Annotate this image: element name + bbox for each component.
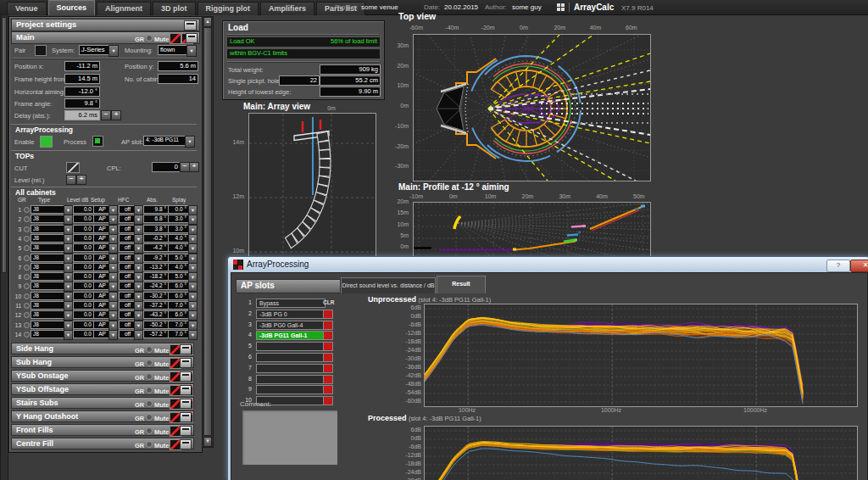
cabinet-splay-dropdown-button[interactable]: ▼ [188, 282, 198, 292]
main-section-header[interactable]: Main GR Mute [11, 31, 200, 44]
cabinet-level-field[interactable]: 0.0 [73, 310, 94, 319]
mounting-dropdown-button[interactable]: ▼ [186, 45, 197, 57]
cabinet-splay-field[interactable]: 7.0 ° [168, 301, 189, 310]
cabinet-hfc-dropdown-button[interactable]: ▼ [134, 254, 143, 264]
cabinet-setup-dropdown-button[interactable]: ▼ [108, 282, 118, 292]
cabinet-splay-field[interactable]: 7.0 ° [168, 330, 189, 338]
cabinets-field[interactable]: 14 [158, 74, 198, 84]
cabinet-type-select[interactable]: J8 [31, 243, 66, 252]
enable-checkbox[interactable] [40, 136, 53, 148]
clr-button[interactable] [323, 310, 333, 319]
mute-button-1[interactable] [170, 33, 181, 44]
cabinet-hfc-dropdown-button[interactable]: ▼ [134, 225, 143, 235]
cabinet-gr-indicator[interactable] [24, 236, 30, 242]
cabinet-type-select[interactable]: J8 [31, 292, 66, 300]
collapse-group-button[interactable] [180, 344, 192, 354]
cabinet-splay-field[interactable]: 5.0 ° [168, 254, 189, 262]
cabinet-splay-dropdown-button[interactable]: ▼ [188, 292, 198, 302]
collapse-main-button[interactable] [186, 33, 198, 43]
cabinet-type-dropdown-button[interactable]: ▼ [64, 321, 73, 331]
cabinet-level-field[interactable]: 0.0 [73, 225, 94, 233]
collapse-group-button[interactable] [180, 385, 192, 395]
cabinet-level-field[interactable]: 0.0 [73, 234, 94, 243]
gr-indicator[interactable] [146, 373, 153, 380]
cabinet-gr-indicator[interactable] [24, 216, 30, 222]
cabinet-hfc-dropdown-button[interactable]: ▼ [134, 310, 143, 321]
cabinet-type-dropdown-button[interactable]: ▼ [64, 263, 73, 273]
ap-slot-6[interactable] [256, 353, 326, 362]
close-button[interactable]: ✕ [850, 260, 868, 272]
gr-indicator[interactable] [146, 360, 153, 366]
group-header-ysub-offstage[interactable]: YSub OffstageGRMute [11, 383, 194, 395]
ap-slot-4[interactable]: -3dB PG11 Gall-1 [256, 331, 326, 340]
scroll-up-icon[interactable]: ▲ [203, 17, 212, 27]
cpl-plus-button[interactable]: + [189, 162, 199, 172]
clr-button[interactable] [323, 321, 333, 330]
ap-slot-8[interactable] [256, 375, 326, 384]
tab-venue[interactable]: Venue [7, 2, 47, 15]
gr-indicator[interactable] [146, 427, 153, 434]
cabinet-gr-indicator[interactable] [24, 283, 30, 289]
cabinet-hfc-dropdown-button[interactable]: ▼ [134, 330, 143, 340]
cabinet-type-dropdown-button[interactable]: ▼ [64, 301, 73, 311]
left-edge-scrollbar[interactable] [0, 14, 8, 480]
cabinet-hfc-dropdown-button[interactable]: ▼ [134, 215, 143, 225]
cabinet-setup-dropdown-button[interactable]: ▼ [108, 254, 118, 264]
cabinet-splay-field[interactable]: 7.0 ° [168, 321, 189, 329]
cabinet-gr-indicator[interactable] [24, 322, 30, 328]
group-header-ysub-onstage[interactable]: YSub OnstageGRMute [11, 370, 194, 382]
cabinet-type-select[interactable]: J8 [31, 225, 66, 233]
cabinet-level-field[interactable]: 0.0 [73, 215, 94, 223]
cabinet-splay-field[interactable]: 6.0 ° [168, 282, 189, 290]
cabinet-gr-indicator[interactable] [24, 312, 30, 318]
tab-3d-plot[interactable]: 3D plot [153, 2, 196, 15]
cabinet-type-dropdown-button[interactable]: ▼ [64, 310, 73, 321]
cabinet-type-select[interactable]: J8 [31, 205, 66, 214]
collapse-group-button[interactable] [180, 426, 192, 436]
tab-rigging-plot[interactable]: Rigging plot [198, 2, 259, 15]
frame-height-field[interactable]: 14.5 m [64, 74, 100, 84]
collapse-group-button[interactable] [180, 358, 192, 368]
cabinet-hfc-dropdown-button[interactable]: ▼ [134, 205, 143, 215]
process-checkbox[interactable] [92, 136, 103, 147]
tab-amplifiers[interactable]: Amplifiers [260, 2, 314, 15]
cabinet-type-dropdown-button[interactable]: ▼ [64, 215, 73, 225]
mounting-select[interactable]: flown [158, 45, 189, 55]
cabinet-level-field[interactable]: 0.0 [73, 272, 94, 281]
cabinet-level-field[interactable]: 0.0 [73, 282, 94, 290]
group-header-sub-hang[interactable]: Sub HangGRMute [11, 356, 194, 368]
cabinet-splay-dropdown-button[interactable]: ▼ [188, 225, 198, 235]
clr-button[interactable] [323, 342, 333, 351]
system-dropdown-button[interactable]: ▼ [108, 45, 119, 57]
cabinet-setup-dropdown-button[interactable]: ▼ [108, 330, 118, 340]
cabinet-setup-dropdown-button[interactable]: ▼ [108, 243, 118, 254]
gr-indicator[interactable] [146, 35, 153, 42]
cabinet-hfc-dropdown-button[interactable]: ▼ [134, 282, 143, 292]
collapse-group-button[interactable] [180, 412, 192, 422]
cabinet-hfc-dropdown-button[interactable]: ▼ [134, 272, 143, 282]
cabinet-type-select[interactable]: J8 [31, 321, 66, 329]
ap-slot-dropdown-button[interactable]: ▼ [185, 136, 195, 148]
clr-button[interactable] [323, 353, 333, 362]
cabinet-splay-dropdown-button[interactable]: ▼ [188, 301, 198, 311]
cabinet-splay-dropdown-button[interactable]: ▼ [188, 263, 198, 273]
cabinet-gr-indicator[interactable] [24, 332, 30, 338]
gr-indicator[interactable] [146, 414, 153, 421]
pair-checkbox[interactable] [35, 45, 47, 56]
tab-alignment[interactable]: Alignment [97, 2, 151, 15]
clr-button[interactable] [323, 331, 333, 340]
chart-plot-unprocessed[interactable] [424, 304, 858, 407]
ap-slot-3[interactable]: -3dB PG0 Gall-4 [256, 321, 326, 330]
gr-indicator[interactable] [146, 346, 153, 353]
ap-tab-direct-sound[interactable]: Direct sound level vs. distance / dB [341, 277, 436, 293]
help-button[interactable]: ? [826, 260, 850, 272]
cabinet-setup-dropdown-button[interactable]: ▼ [108, 321, 118, 331]
cabinet-hfc-dropdown-button[interactable]: ▼ [134, 263, 143, 273]
group-header-stairs-subs[interactable]: Stairs SubsGRMute [11, 397, 194, 409]
cabinet-level-field[interactable]: 0.0 [73, 301, 94, 310]
cabinet-splay-field[interactable]: 6.0 ° [168, 310, 189, 319]
project-settings-header[interactable]: Project settings [11, 19, 200, 31]
delay-minus-button[interactable]: − [101, 110, 111, 120]
scroll-down-icon[interactable]: ▼ [203, 437, 212, 447]
collapse-project-settings-button[interactable] [184, 20, 197, 31]
